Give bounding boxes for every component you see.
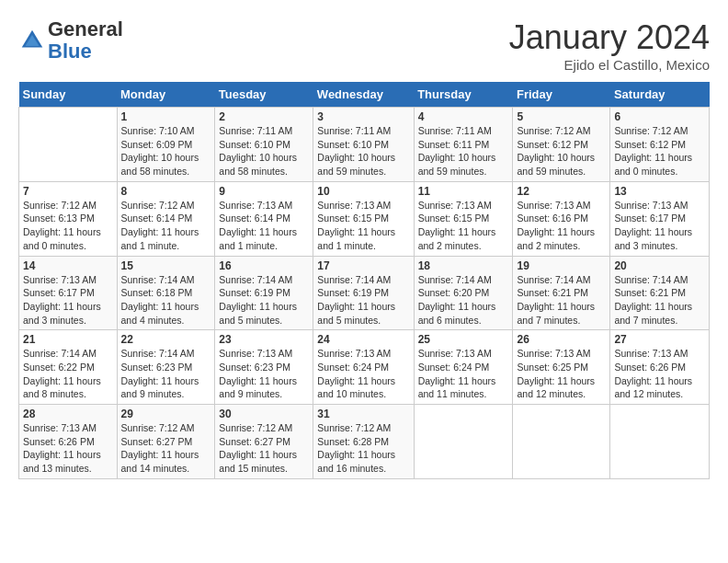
- month-title: January 2024: [509, 18, 710, 57]
- calendar-cell: 19Sunrise: 7:14 AMSunset: 6:21 PMDayligh…: [513, 256, 610, 330]
- calendar-cell: 28Sunrise: 7:13 AMSunset: 6:26 PMDayligh…: [19, 405, 118, 479]
- calendar-cell: 29Sunrise: 7:12 AMSunset: 6:27 PMDayligh…: [117, 405, 215, 479]
- location-subtitle: Ejido el Castillo, Mexico: [509, 57, 710, 73]
- calendar-cell: 14Sunrise: 7:13 AMSunset: 6:17 PMDayligh…: [19, 256, 118, 330]
- day-info: Sunrise: 7:10 AMSunset: 6:09 PMDaylight:…: [121, 124, 211, 178]
- day-info: Sunrise: 7:12 AMSunset: 6:13 PMDaylight:…: [23, 199, 113, 253]
- day-info: Sunrise: 7:11 AMSunset: 6:11 PMDaylight:…: [418, 124, 509, 178]
- calendar-cell: 9Sunrise: 7:13 AMSunset: 6:14 PMDaylight…: [215, 181, 313, 256]
- day-info: Sunrise: 7:14 AMSunset: 6:19 PMDaylight:…: [317, 273, 409, 327]
- weekday-header: Saturday: [610, 82, 710, 108]
- calendar-cell: 12Sunrise: 7:13 AMSunset: 6:16 PMDayligh…: [513, 181, 610, 256]
- day-number: 8: [121, 185, 211, 198]
- day-number: 22: [121, 333, 211, 346]
- day-number: 4: [418, 110, 509, 123]
- day-info: Sunrise: 7:14 AMSunset: 6:21 PMDaylight:…: [614, 273, 705, 327]
- day-number: 13: [614, 185, 705, 198]
- day-info: Sunrise: 7:13 AMSunset: 6:24 PMDaylight:…: [317, 347, 409, 401]
- calendar-cell: 11Sunrise: 7:13 AMSunset: 6:15 PMDayligh…: [414, 181, 513, 256]
- day-info: Sunrise: 7:13 AMSunset: 6:16 PMDaylight:…: [517, 199, 606, 253]
- day-info: Sunrise: 7:13 AMSunset: 6:17 PMDaylight:…: [614, 199, 705, 253]
- calendar-cell: 30Sunrise: 7:12 AMSunset: 6:27 PMDayligh…: [215, 405, 313, 479]
- day-number: 27: [614, 333, 705, 346]
- day-info: Sunrise: 7:14 AMSunset: 6:19 PMDaylight:…: [219, 273, 309, 327]
- day-number: 25: [418, 333, 509, 346]
- weekday-header: Thursday: [414, 82, 513, 108]
- calendar-cell: 10Sunrise: 7:13 AMSunset: 6:15 PMDayligh…: [313, 181, 414, 256]
- weekday-header: Wednesday: [313, 82, 414, 108]
- day-number: 9: [219, 185, 309, 198]
- day-number: 12: [517, 185, 606, 198]
- day-number: 26: [517, 333, 606, 346]
- calendar-cell: 18Sunrise: 7:14 AMSunset: 6:20 PMDayligh…: [414, 256, 513, 330]
- day-number: 18: [418, 259, 509, 272]
- calendar-cell: 2Sunrise: 7:11 AMSunset: 6:10 PMDaylight…: [215, 108, 313, 182]
- day-number: 2: [219, 110, 309, 123]
- day-number: 1: [121, 110, 211, 123]
- day-number: 29: [121, 408, 211, 420]
- day-info: Sunrise: 7:11 AMSunset: 6:10 PMDaylight:…: [317, 124, 409, 178]
- day-info: Sunrise: 7:13 AMSunset: 6:26 PMDaylight:…: [614, 347, 705, 401]
- calendar-cell: 4Sunrise: 7:11 AMSunset: 6:11 PMDaylight…: [414, 108, 513, 182]
- day-info: Sunrise: 7:12 AMSunset: 6:27 PMDaylight:…: [219, 421, 309, 476]
- day-number: 11: [418, 185, 509, 198]
- day-number: 5: [517, 110, 606, 123]
- calendar-cell: 31Sunrise: 7:12 AMSunset: 6:28 PMDayligh…: [313, 405, 414, 479]
- calendar-cell: 25Sunrise: 7:13 AMSunset: 6:24 PMDayligh…: [414, 330, 513, 405]
- day-info: Sunrise: 7:11 AMSunset: 6:10 PMDaylight:…: [219, 124, 309, 178]
- day-info: Sunrise: 7:13 AMSunset: 6:24 PMDaylight:…: [418, 347, 509, 401]
- weekday-header-row: SundayMondayTuesdayWednesdayThursdayFrid…: [19, 82, 710, 108]
- calendar-cell: [414, 405, 513, 479]
- calendar-cell: 24Sunrise: 7:13 AMSunset: 6:24 PMDayligh…: [313, 330, 414, 405]
- header: General Blue January 2024 Ejido el Casti…: [18, 18, 710, 73]
- day-number: 20: [614, 259, 705, 272]
- day-info: Sunrise: 7:12 AMSunset: 6:27 PMDaylight:…: [121, 421, 211, 476]
- calendar-cell: 17Sunrise: 7:14 AMSunset: 6:19 PMDayligh…: [313, 256, 414, 330]
- day-info: Sunrise: 7:14 AMSunset: 6:20 PMDaylight:…: [418, 273, 509, 327]
- calendar-cell: 3Sunrise: 7:11 AMSunset: 6:10 PMDaylight…: [313, 108, 414, 182]
- calendar-cell: 6Sunrise: 7:12 AMSunset: 6:12 PMDaylight…: [610, 108, 710, 182]
- day-number: 21: [23, 333, 113, 346]
- calendar-cell: 22Sunrise: 7:14 AMSunset: 6:23 PMDayligh…: [117, 330, 215, 405]
- day-info: Sunrise: 7:13 AMSunset: 6:15 PMDaylight:…: [418, 199, 509, 253]
- day-number: 28: [23, 408, 113, 420]
- logo-icon: [18, 27, 46, 54]
- day-info: Sunrise: 7:13 AMSunset: 6:17 PMDaylight:…: [23, 273, 113, 327]
- day-info: Sunrise: 7:14 AMSunset: 6:18 PMDaylight:…: [121, 273, 211, 327]
- calendar-cell: 7Sunrise: 7:12 AMSunset: 6:13 PMDaylight…: [19, 181, 118, 256]
- logo: General Blue: [18, 18, 123, 63]
- day-number: 31: [317, 408, 409, 420]
- day-number: 23: [219, 333, 309, 346]
- title-area: January 2024 Ejido el Castillo, Mexico: [509, 18, 710, 73]
- calendar-cell: 15Sunrise: 7:14 AMSunset: 6:18 PMDayligh…: [117, 256, 215, 330]
- calendar-table: SundayMondayTuesdayWednesdayThursdayFrid…: [18, 82, 710, 479]
- day-info: Sunrise: 7:12 AMSunset: 6:28 PMDaylight:…: [317, 421, 409, 476]
- day-number: 10: [317, 185, 409, 198]
- calendar-cell: 23Sunrise: 7:13 AMSunset: 6:23 PMDayligh…: [215, 330, 313, 405]
- calendar-week-row: 1Sunrise: 7:10 AMSunset: 6:09 PMDaylight…: [19, 108, 710, 182]
- calendar-cell: 26Sunrise: 7:13 AMSunset: 6:25 PMDayligh…: [513, 330, 610, 405]
- day-number: 19: [517, 259, 606, 272]
- calendar-week-row: 7Sunrise: 7:12 AMSunset: 6:13 PMDaylight…: [19, 181, 710, 256]
- weekday-header: Friday: [513, 82, 610, 108]
- day-number: 6: [614, 110, 705, 123]
- day-info: Sunrise: 7:14 AMSunset: 6:22 PMDaylight:…: [23, 347, 113, 401]
- logo-blue-text: Blue: [48, 40, 92, 63]
- calendar-cell: [513, 405, 610, 479]
- day-info: Sunrise: 7:13 AMSunset: 6:23 PMDaylight:…: [219, 347, 309, 401]
- calendar-cell: 8Sunrise: 7:12 AMSunset: 6:14 PMDaylight…: [117, 181, 215, 256]
- day-info: Sunrise: 7:13 AMSunset: 6:25 PMDaylight:…: [517, 347, 606, 401]
- day-number: 17: [317, 259, 409, 272]
- day-info: Sunrise: 7:13 AMSunset: 6:26 PMDaylight:…: [23, 421, 113, 476]
- calendar-cell: [19, 108, 118, 182]
- weekday-header: Sunday: [19, 82, 118, 108]
- day-info: Sunrise: 7:13 AMSunset: 6:15 PMDaylight:…: [317, 199, 409, 253]
- day-number: 7: [23, 185, 113, 198]
- day-number: 16: [219, 259, 309, 272]
- calendar-cell: 1Sunrise: 7:10 AMSunset: 6:09 PMDaylight…: [117, 108, 215, 182]
- day-info: Sunrise: 7:14 AMSunset: 6:21 PMDaylight:…: [517, 273, 606, 327]
- day-number: 30: [219, 408, 309, 420]
- calendar-cell: 5Sunrise: 7:12 AMSunset: 6:12 PMDaylight…: [513, 108, 610, 182]
- day-info: Sunrise: 7:13 AMSunset: 6:14 PMDaylight:…: [219, 199, 309, 253]
- calendar-cell: 16Sunrise: 7:14 AMSunset: 6:19 PMDayligh…: [215, 256, 313, 330]
